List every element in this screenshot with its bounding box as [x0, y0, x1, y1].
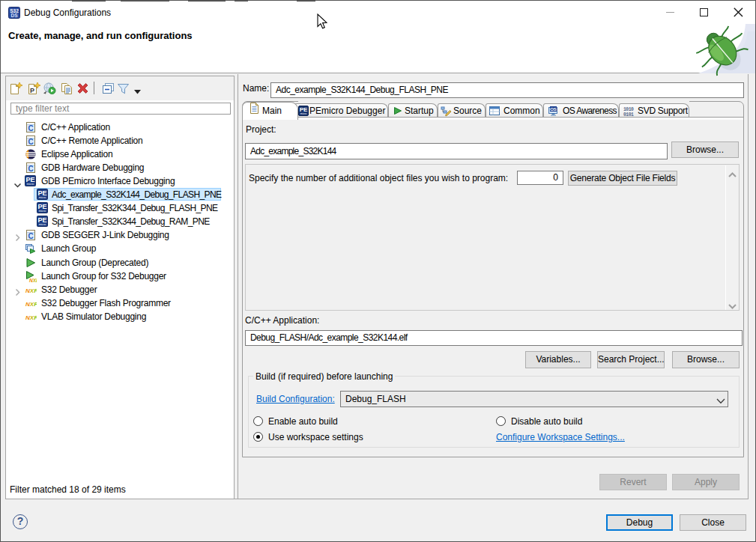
svg-text:C: C [28, 232, 33, 240]
svg-text:NXP: NXP [29, 278, 37, 283]
svg-text:C: C [28, 138, 33, 146]
svg-text:DS: DS [10, 13, 18, 18]
svg-text:OS: OS [550, 107, 557, 112]
svg-text:micro: micro [300, 112, 306, 115]
svg-text:NXP: NXP [25, 301, 37, 308]
svg-text:NXP: NXP [25, 287, 37, 294]
svg-text:C: C [28, 124, 33, 133]
svg-text:1010: 1010 [623, 107, 634, 112]
svg-text:P: P [30, 87, 34, 94]
svg-text:micro: micro [39, 196, 46, 199]
svg-text:micro: micro [39, 223, 46, 226]
svg-text:C: C [28, 165, 33, 173]
svg-text:micro: micro [27, 183, 34, 186]
svg-text:NXP: NXP [25, 314, 37, 321]
svg-text:micro: micro [39, 210, 46, 213]
